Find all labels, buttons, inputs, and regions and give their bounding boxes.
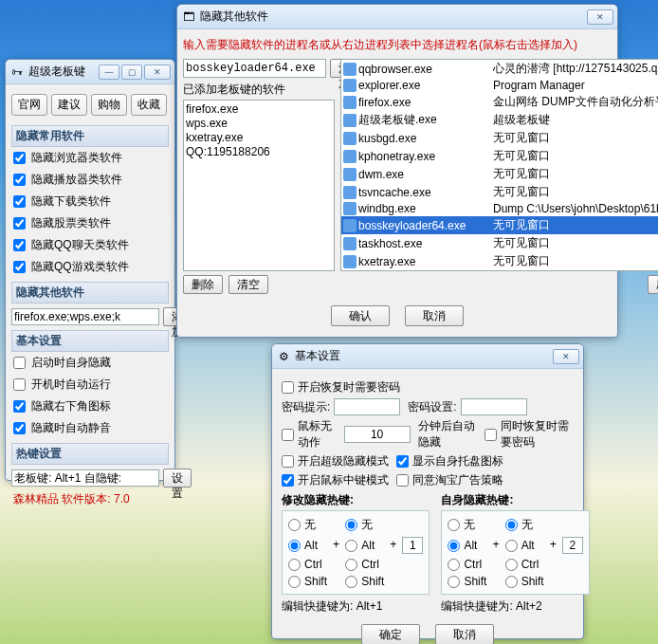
- added-item[interactable]: QQ:1195188206: [186, 145, 332, 159]
- added-item[interactable]: kxetray.exe: [186, 131, 332, 145]
- basic-cb-1[interactable]: [13, 378, 26, 391]
- mod2-Shift[interactable]: Shift: [345, 575, 384, 588]
- main-titlebar[interactable]: 🗝 超级老板键 — ▢ ✕: [6, 60, 174, 84]
- process-row[interactable]: dwm.exe无可见窗口: [341, 165, 658, 183]
- section-hide-other: 隐藏其他软件: [11, 282, 169, 304]
- cb-super-hide[interactable]: [282, 455, 294, 468]
- tab-0[interactable]: 官网: [11, 94, 47, 116]
- basic-item-1[interactable]: 开机时自动运行: [11, 374, 169, 396]
- mod1-Alt[interactable]: Alt: [288, 539, 327, 552]
- process-row[interactable]: kxetray.exe无可见窗口: [341, 252, 658, 270]
- mod2-Alt[interactable]: Alt: [345, 539, 384, 552]
- process-row[interactable]: windbg.exeDump C:\Users\john\Desktop\61b…: [341, 201, 658, 216]
- process-desc: 无可见窗口: [493, 184, 658, 200]
- mod1-Shift[interactable]: Shift: [448, 575, 486, 588]
- process-row[interactable]: firefox.exe金山网络 DUMP文件自动化分析平台 -: [341, 93, 658, 111]
- edit-shortcut-2: 编辑快捷键为: Alt+2: [441, 598, 589, 615]
- settings-close-button[interactable]: ✕: [553, 349, 579, 364]
- pw-prompt-input[interactable]: [334, 398, 400, 415]
- maximize-button[interactable]: ▢: [121, 64, 142, 80]
- settings-ok-button[interactable]: 确定: [361, 624, 420, 644]
- cb-taobao-ad[interactable]: [396, 474, 409, 487]
- mod1-无[interactable]: 无: [288, 517, 327, 533]
- basic-item-0[interactable]: 启动时自身隐藏: [11, 352, 169, 374]
- refresh-button[interactable]: 刷新: [648, 275, 658, 294]
- tab-2[interactable]: 购物: [91, 94, 127, 116]
- hide-titlebar[interactable]: 🗔 隐藏其他软件 ✕: [177, 5, 617, 29]
- hide-cb-0[interactable]: [13, 152, 26, 164]
- mod2-Shift[interactable]: Shift: [505, 575, 544, 588]
- mod1-Ctrl[interactable]: Ctrl: [288, 558, 327, 571]
- delete-button[interactable]: 删除: [183, 275, 223, 294]
- mod1-Shift[interactable]: Shift: [288, 575, 327, 588]
- hide-item-5[interactable]: 隐藏QQ游戏类软件: [11, 256, 169, 278]
- process-row[interactable]: kusbgd.exe无可见窗口: [341, 129, 658, 147]
- cb-restore-pw2[interactable]: [484, 429, 497, 441]
- pw-set-input[interactable]: [461, 398, 527, 415]
- tab-3[interactable]: 收藏: [131, 94, 167, 116]
- clear-button[interactable]: 清空: [228, 275, 268, 294]
- added-item[interactable]: wps.exe: [186, 117, 332, 131]
- hotkey-set-button[interactable]: 设置: [163, 469, 192, 488]
- mod2-无[interactable]: 无: [505, 517, 544, 533]
- hotkey-display[interactable]: [11, 469, 159, 487]
- process-icon: [343, 114, 356, 127]
- process-row[interactable]: kphonetray.exe无可见窗口: [341, 147, 658, 165]
- process-row[interactable]: bosskeyloader64.exe无可见窗口: [341, 216, 658, 234]
- process-desc: Program Manager: [493, 79, 658, 92]
- tab-1[interactable]: 建议: [51, 94, 87, 116]
- mod2-Ctrl[interactable]: Ctrl: [345, 558, 384, 571]
- hide-item-2[interactable]: 隐藏下载类软件: [11, 191, 169, 212]
- hide-item-3[interactable]: 隐藏股票类软件: [11, 212, 169, 234]
- process-row[interactable]: 超级老板键.exe超级老板键: [341, 111, 658, 129]
- basic-item-3[interactable]: 隐藏时自动静音: [11, 417, 169, 439]
- close-button[interactable]: ✕: [144, 64, 171, 80]
- process-row[interactable]: tsvncache.exe无可见窗口: [341, 183, 658, 201]
- cb-show-tray[interactable]: [396, 455, 409, 468]
- basic-cb-0[interactable]: [13, 357, 26, 369]
- settings-cancel-button[interactable]: 取消: [435, 624, 494, 644]
- added-item[interactable]: firefox.exe: [186, 102, 332, 117]
- basic-cb-3[interactable]: [13, 422, 26, 434]
- hide-software-dialog: 🗔 隐藏其他软件 ✕ 输入需要隐藏软件的进程名或从右边进程列表中选择进程名(鼠标…: [176, 4, 618, 338]
- mod1-无[interactable]: 无: [448, 517, 486, 533]
- mod1-Alt[interactable]: Alt: [448, 539, 486, 552]
- hide-cb-3[interactable]: [13, 217, 26, 230]
- hide-item-4[interactable]: 隐藏QQ聊天类软件: [11, 234, 169, 256]
- cb-idle-hide[interactable]: [282, 429, 294, 441]
- mod2-Alt[interactable]: Alt: [505, 539, 544, 552]
- cb-middle-click[interactable]: [282, 474, 294, 487]
- mod2-Ctrl[interactable]: Ctrl: [505, 558, 544, 571]
- hide-cb-5[interactable]: [13, 261, 26, 273]
- other-software-input[interactable]: [11, 308, 159, 325]
- hide-cb-4[interactable]: [13, 239, 26, 251]
- process-name: kxetray.exe: [358, 255, 491, 268]
- section-basic: 基本设置: [11, 330, 169, 352]
- hide-ok-button[interactable]: 确认: [331, 305, 390, 326]
- process-row[interactable]: qqbrowser.exe心灵的潜湾 [http://1275143025.qz…: [341, 60, 658, 78]
- idle-minutes-input[interactable]: [344, 426, 411, 443]
- key-input[interactable]: 1: [402, 537, 423, 554]
- hotkey-col1-header: 修改隐藏热键:: [282, 492, 430, 508]
- basic-item-2[interactable]: 隐藏右下角图标: [11, 396, 169, 417]
- key-input[interactable]: 2: [562, 537, 583, 554]
- minimize-button[interactable]: —: [99, 64, 119, 80]
- basic-cb-2[interactable]: [13, 400, 26, 413]
- added-listbox[interactable]: firefox.exewps.exekxetray.exeQQ:11951882…: [183, 100, 335, 271]
- hide-item-1[interactable]: 隐藏播放器类软件: [11, 169, 169, 191]
- process-list[interactable]: qqbrowser.exe心灵的潜湾 [http://1275143025.qz…: [340, 59, 658, 271]
- process-icon: [343, 219, 356, 232]
- hide-close-button[interactable]: ✕: [587, 9, 613, 25]
- section-hotkey: 热键设置: [11, 443, 169, 465]
- hide-item-0[interactable]: 隐藏浏览器类软件: [11, 147, 169, 169]
- hide-cb-1[interactable]: [13, 174, 26, 186]
- process-row[interactable]: taskhost.exe无可见窗口: [341, 234, 658, 252]
- mod1-Ctrl[interactable]: Ctrl: [448, 558, 486, 571]
- hide-cb-2[interactable]: [13, 195, 26, 208]
- process-row[interactable]: explorer.exeProgram Manager: [341, 78, 658, 93]
- process-name-input[interactable]: [183, 59, 326, 78]
- hide-cancel-button[interactable]: 取消: [405, 305, 464, 326]
- cb-restore-password[interactable]: [282, 381, 294, 394]
- mod2-无[interactable]: 无: [345, 517, 384, 533]
- settings-titlebar[interactable]: ⚙ 基本设置 ✕: [272, 344, 583, 369]
